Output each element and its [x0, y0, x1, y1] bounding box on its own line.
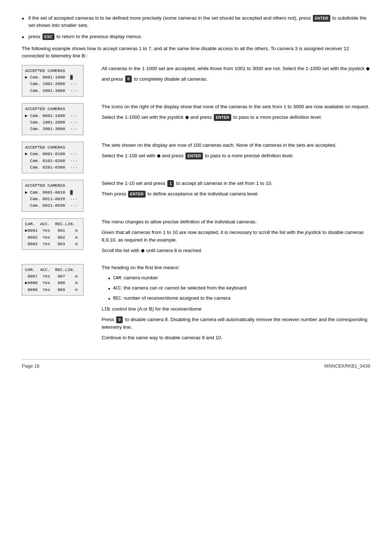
panel-4-text: Select the 1-10 set and press 1 to accep…	[102, 180, 370, 201]
lcd-display-3: ACCEPTED CAMERAS ▶ Cam. 0001-0100 ··· Ca…	[22, 142, 83, 174]
lcd-display-6: CAM. ACC. REC.LIN. 0007 Yes 007 A ▶0008 …	[22, 264, 83, 296]
sub-bullet-acc: • ACC: the camera can or cannot be selec…	[108, 284, 370, 293]
panel-3-text: The sets shown on the display are now of…	[102, 142, 370, 163]
doc-id: MNNCEKRKB1_0439	[324, 363, 370, 369]
panel-6-lcd: CAM. ACC. REC.LIN. 0007 Yes 007 A ▶0008 …	[22, 264, 94, 296]
bullet-dot-2: •	[22, 34, 24, 42]
panel-2: ACCEPTED CAMERAS ▶ Cam. 0001-1000 ··· Ca…	[22, 103, 370, 135]
panel-2-para-2: Select the 1-1000 set with the joystick …	[102, 114, 370, 121]
enter-badge-4: ENTER	[128, 191, 145, 198]
panel-1-para-1: All cameras in the 1-1000 set are accept…	[102, 65, 370, 73]
lcd-display-2: ACCEPTED CAMERAS ▶ Cam. 0001-1000 ··· Ca…	[22, 103, 83, 135]
panel-4-lcd: ACCEPTED CAMERAS ▶ Cam. 0001-0010 ▓ Cam.…	[22, 180, 94, 212]
panel-5-para-2: Given that all cameras from 1 to 10 are …	[102, 229, 370, 244]
key-0-badge-1: 0	[125, 76, 132, 82]
lcd-display-5: CAM. ACC. REC.LIN. ▶0001 Yes 001 A 0002 …	[22, 218, 83, 250]
sub-bullet-cam: • CAM: camera number	[108, 274, 370, 283]
enter-badge-1: ENTER	[313, 15, 330, 22]
page-number: Page 18	[22, 363, 39, 369]
panel-6-lin: LIN: control line (A or B) for the recei…	[102, 305, 370, 313]
bullet-item-1: • if the set of accepted cameras is to b…	[22, 15, 370, 29]
sub-bullet-dot-cam: •	[108, 274, 110, 283]
panel-1-para-2: and press 0 to completely disable all ca…	[102, 76, 370, 83]
panel-4: ACCEPTED CAMERAS ▶ Cam. 0001-0010 ▓ Cam.…	[22, 180, 370, 212]
panel-1-lcd: ACCEPTED CAMERAS ▶ Cam. 0001-1000 ▓ Cam.…	[22, 65, 94, 97]
panel-6-continue: Continue in the same way to disable came…	[102, 334, 370, 342]
sub-bullet-text-cam: CAM: camera number	[113, 274, 158, 281]
panel-3: ACCEPTED CAMERAS ▶ Cam. 0001-0100 ··· Ca…	[22, 142, 370, 174]
intro-paragraph: The following example shows how to accep…	[22, 45, 370, 60]
panel-4-para-2: Then press ENTER to define acceptance at…	[102, 190, 370, 198]
sub-bullet-rec: • REC: number of receiver/dome assigned …	[108, 295, 370, 303]
enter-badge-3: ENTER	[185, 153, 203, 159]
panel-2-text: The icons on the right of the display sh…	[102, 103, 370, 124]
panel-6-heading: The heading on the first line means:	[102, 264, 370, 272]
bullet-text-1: if the set of accepted cameras is to be …	[28, 15, 370, 29]
panel-3-para-1: The sets shown on the display are now of…	[102, 142, 370, 149]
sub-bullet-dot-rec: •	[108, 295, 110, 303]
panel-3-para-2: Select the 1-100 set with ◆ and press EN…	[102, 152, 370, 160]
enter-badge-2: ENTER	[214, 114, 231, 121]
panel-6-text: The heading on the first line means: • C…	[102, 264, 370, 345]
panel-6: CAM. ACC. REC.LIN. 0007 Yes 007 A ▶0008 …	[22, 264, 370, 345]
page-content: • if the set of accepted cameras is to b…	[22, 15, 370, 369]
sub-bullet-text-acc: ACC: the camera can or cannot be selecte…	[113, 284, 247, 292]
lcd-display-1: ACCEPTED CAMERAS ▶ Cam. 0001-1000 ▓ Cam.…	[22, 65, 83, 97]
bullet-item-2: • press ESC to return to the previous di…	[22, 33, 370, 42]
bullet-dot-1: •	[22, 15, 24, 23]
panel-3-lcd: ACCEPTED CAMERAS ▶ Cam. 0001-0100 ··· Ca…	[22, 142, 94, 174]
panel-5-lcd: CAM. ACC. REC.LIN. ▶0001 Yes 001 A 0002 …	[22, 218, 94, 250]
panel-1-text: All cameras in the 1-1000 set are accept…	[102, 65, 370, 86]
lcd-display-4: ACCEPTED CAMERAS ▶ Cam. 0001-0010 ▓ Cam.…	[22, 180, 83, 212]
panel-4-para-1: Select the 1-10 set and press 1 to accep…	[102, 180, 370, 187]
sub-bullet-dot-acc: •	[108, 284, 110, 293]
page-footer: Page 18 MNNCEKRKB1_0439	[22, 359, 370, 369]
panel-5: CAM. ACC. REC.LIN. ▶0001 Yes 001 A 0002 …	[22, 218, 370, 258]
panel-2-lcd: ACCEPTED CAMERAS ▶ Cam. 0001-1000 ··· Ca…	[22, 103, 94, 135]
panel-2-para-1: The icons on the right of the display sh…	[102, 103, 370, 111]
esc-badge: ESC	[42, 33, 54, 40]
panel-5-text: The menu changes to allow precise defini…	[102, 218, 370, 258]
panel-1: ACCEPTED CAMERAS ▶ Cam. 0001-1000 ▓ Cam.…	[22, 65, 370, 97]
key-0-badge-2: 0	[116, 316, 123, 323]
panel-5-para-1: The menu changes to allow precise defini…	[102, 218, 370, 226]
key-1-badge: 1	[167, 180, 174, 187]
bullet-text-2: press ESC to return to the previous disp…	[28, 33, 370, 40]
sub-bullet-text-rec: REC: number of receiver/dome assigned to…	[113, 295, 230, 302]
panel-6-press0: Press 0 to disable camera 8. Disabling t…	[102, 316, 370, 331]
panel-5-para-3: Scroll the list with ◆ until camera 8 is…	[102, 247, 370, 255]
